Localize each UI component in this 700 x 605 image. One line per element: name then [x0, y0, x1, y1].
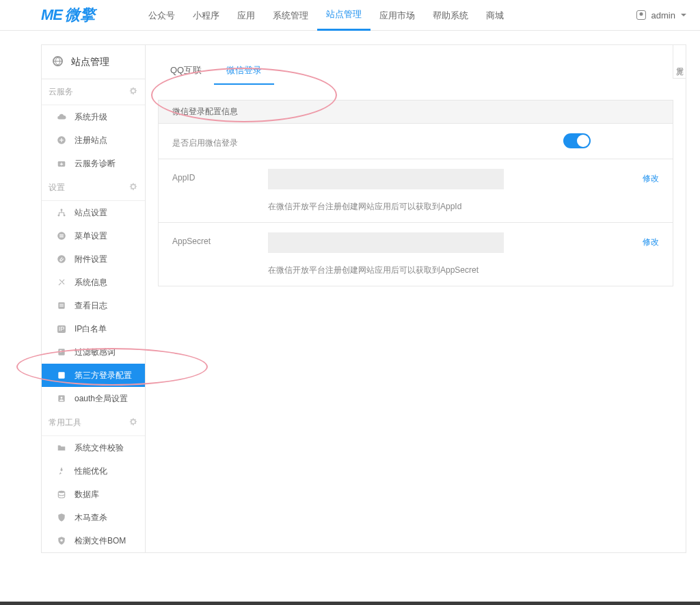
nav-item-5[interactable]: 应用市场 [371, 0, 424, 31]
gear-icon[interactable] [129, 86, 138, 98]
log-icon [55, 301, 68, 310]
user-icon [636, 10, 646, 20]
svg-point-2 [61, 209, 63, 211]
list-icon [55, 231, 68, 241]
text-input[interactable] [268, 169, 504, 189]
nav-item-1[interactable]: 小程序 [184, 0, 228, 31]
ip-icon: IP [55, 325, 68, 333]
wide-screen-button[interactable]: 宽屏 [673, 44, 686, 79]
form-row-2: AppSecret在微信开放平台注册创建网站应用后可以获取到AppSecret修… [159, 223, 673, 286]
section-label: 设置 [49, 182, 65, 193]
content: 宽屏 QQ互联微信登录 微信登录配置信息 是否启用微信登录AppID在微信开放平… [146, 45, 686, 552]
sidebar-item-2-3[interactable]: 木马查杀 [42, 506, 145, 529]
sidebar-item-label: 查看日志 [75, 300, 107, 312]
form-action: 修改 [625, 232, 659, 248]
svg-point-11 [61, 373, 63, 375]
tab-0[interactable]: QQ互联 [158, 57, 214, 85]
logo-text: 微擎 [65, 5, 95, 25]
form-label: 是否启用微信登录 [172, 133, 268, 149]
switch-knob [577, 135, 589, 147]
svg-point-4 [64, 215, 66, 217]
sidebar-item-1-7[interactable]: 第三方登录配置 [42, 364, 145, 387]
form-action: 修改 [625, 169, 659, 185]
edit-link[interactable]: 修改 [643, 237, 659, 247]
sidebar-item-1-8[interactable]: oauth全局设置 [42, 387, 145, 410]
nav-item-0[interactable]: 公众号 [139, 0, 184, 31]
sidebar-item-2-2[interactable]: 数据库 [42, 483, 145, 506]
form-value: 在微信开放平台注册创建网站应用后可以获取到AppSecret [268, 232, 625, 276]
footer: Powered by 微擎 v1.6.3 © 2014-2015 www.we7… [0, 602, 700, 605]
sidebar-item-1-3[interactable]: 系统信息 [42, 271, 145, 294]
sidebar-item-label: 木马查杀 [75, 512, 107, 524]
sidebar-item-label: IP白名单 [75, 323, 107, 335]
nav-item-3[interactable]: 系统管理 [264, 0, 317, 31]
svg-point-9 [59, 350, 62, 353]
sidebar-item-label: 过滤敏感词 [75, 347, 116, 358]
sidebar-title: 站点管理 [71, 56, 109, 68]
sidebar-item-label: 注册站点 [75, 135, 107, 146]
nav-item-4[interactable]: 站点管理 [317, 0, 371, 31]
plus-circle-icon [55, 135, 68, 145]
svg-point-3 [57, 215, 59, 217]
form-row-0: 是否启用微信登录 [159, 124, 673, 159]
sidebar-item-1-0[interactable]: 站点设置 [42, 201, 145, 224]
sidebar-item-0-2[interactable]: 云服务诊断 [42, 152, 145, 175]
tab-1[interactable]: 微信登录 [214, 57, 274, 85]
section-title-2: 常用工具 [42, 410, 145, 436]
text-input[interactable] [268, 232, 504, 253]
form-value: 在微信开放平台注册创建网站应用后可以获取到AppId [268, 169, 625, 213]
sidebar-item-label: 性能优化 [75, 466, 107, 477]
form-label: AppID [172, 169, 268, 183]
sidebar-item-label: 附件设置 [75, 254, 107, 265]
paperclip-icon [55, 254, 68, 264]
sidebar-item-label: 数据库 [75, 489, 99, 500]
sidebar-item-2-1[interactable]: 性能优化 [42, 459, 145, 483]
logo-prefix: ME [41, 6, 62, 24]
user-dropdown[interactable]: admin [636, 10, 686, 21]
edit-link[interactable]: 修改 [643, 174, 659, 183]
form-help: 在微信开放平台注册创建网站应用后可以获取到AppId [268, 201, 625, 213]
sidebar-item-2-4[interactable]: 检测文件BOM [42, 529, 145, 552]
sidebar-item-label: 云服务诊断 [75, 158, 116, 170]
oauth-icon [55, 394, 68, 403]
filter-icon [55, 347, 68, 357]
medkit-icon [55, 159, 68, 168]
sidebar-item-1-4[interactable]: 查看日志 [42, 294, 145, 317]
sidebar-header: 站点管理 [42, 45, 145, 79]
panel: 站点管理 云服务系统升级注册站点云服务诊断设置站点设置菜单设置附件设置系统信息查… [41, 44, 686, 553]
sidebar-item-label: 系统文件校验 [75, 442, 124, 454]
sidebar-sections: 云服务系统升级注册站点云服务诊断设置站点设置菜单设置附件设置系统信息查看日志IP… [42, 79, 145, 552]
svg-point-6 [57, 255, 66, 263]
svg-point-13 [61, 396, 63, 399]
tools-icon [55, 278, 68, 287]
gear-icon[interactable] [129, 417, 138, 429]
nav-item-2[interactable]: 应用 [228, 0, 264, 31]
content-tabs: QQ互联微信登录 [146, 45, 686, 85]
sidebar-item-0-1[interactable]: 注册站点 [42, 129, 145, 152]
sidebar-item-1-6[interactable]: 过滤敏感词 [42, 340, 145, 364]
nav-item-7[interactable]: 商城 [477, 0, 513, 31]
nav-item-6[interactable]: 帮助系统 [424, 0, 477, 31]
sidebar-item-1-1[interactable]: 菜单设置 [42, 224, 145, 247]
sidebar-item-2-0[interactable]: 系统文件校验 [42, 436, 145, 459]
form-row-1: AppID在微信开放平台注册创建网站应用后可以获取到AppId修改 [159, 159, 673, 223]
shield-icon [55, 513, 68, 522]
sidebar-item-1-5[interactable]: IPIP白名单 [42, 317, 145, 340]
sidebar-item-label: 菜单设置 [75, 230, 107, 242]
sidebar-item-1-2[interactable]: 附件设置 [42, 247, 145, 271]
sidebar-item-label: 第三方登录配置 [75, 370, 132, 381]
database-icon [55, 489, 68, 499]
form-label: AppSecret [172, 232, 268, 246]
bom-icon [55, 536, 68, 546]
gear-icon[interactable] [129, 182, 138, 193]
chevron-down-icon [681, 14, 686, 16]
section-title-0: 云服务 [42, 79, 145, 105]
rocket-icon [55, 466, 68, 476]
form-panel-header: 微信登录配置信息 [159, 100, 673, 124]
cloud-icon [55, 112, 68, 122]
section-label: 云服务 [49, 86, 73, 98]
form-help: 在微信开放平台注册创建网站应用后可以获取到AppSecret [268, 265, 625, 276]
logo[interactable]: ME 微擎 [41, 5, 95, 25]
switch-toggle[interactable] [563, 133, 591, 148]
sidebar-item-0-0[interactable]: 系统升级 [42, 105, 145, 129]
